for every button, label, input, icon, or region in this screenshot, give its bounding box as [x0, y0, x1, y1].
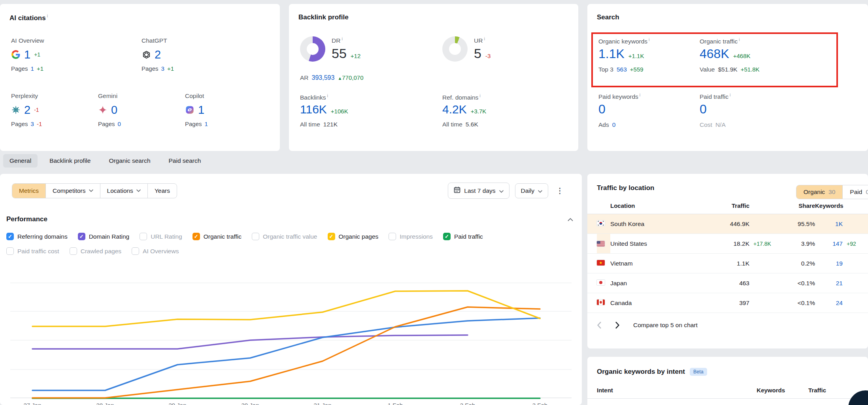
location-row-japan[interactable]: Japan 463 <0.1% 21	[587, 273, 868, 293]
col-share[interactable]: Share	[781, 202, 815, 209]
location-traffic: 18.2K	[698, 240, 749, 247]
chart-line-domain-rating[interactable]	[32, 335, 468, 349]
paid-keywords-value[interactable]: 0	[598, 102, 606, 117]
pages-label: Pages	[98, 121, 115, 127]
info-icon[interactable]: i	[730, 92, 730, 97]
location-traffic-delta: +17.8K	[749, 241, 781, 247]
pages-value[interactable]: 1	[31, 65, 34, 72]
toggle-organic[interactable]: Organic30	[796, 185, 843, 199]
ads-value[interactable]: 0	[612, 121, 616, 128]
next-page-icon[interactable]	[615, 322, 620, 329]
pages-value[interactable]: 3	[161, 65, 164, 72]
tab-organic-search[interactable]: Organic search	[102, 154, 157, 168]
ai-citation-count[interactable]: 2	[24, 104, 30, 117]
info-icon[interactable]: i	[327, 93, 328, 98]
col-intent-keywords[interactable]: Keywords	[738, 387, 785, 394]
ai-citation-delta: +1	[34, 51, 40, 58]
location-row-vietnam[interactable]: Vietnam 1.1K 0.2% 19	[587, 254, 868, 273]
collapse-chevron-icon[interactable]	[568, 216, 573, 223]
backlinks-block: Backlinksi 116K+106K All time121K	[300, 93, 348, 128]
pages-value[interactable]: 0	[118, 121, 121, 127]
location-row-canada[interactable]: Canada 397 <0.1% 24	[587, 293, 868, 313]
location-row-south-korea[interactable]: South Korea 446.9K 95.5% 1K	[587, 214, 868, 234]
backlinks-alltime-value: 121K	[323, 121, 338, 128]
filter-locations[interactable]: Locations	[100, 184, 147, 198]
tab-paid-search[interactable]: Paid search	[162, 154, 208, 168]
pages-delta: +1	[37, 65, 43, 72]
ar-value[interactable]: 393,593	[312, 74, 335, 81]
top3-value[interactable]: 563	[617, 66, 627, 73]
col-intent-traffic[interactable]: Traffic	[785, 387, 826, 394]
metric-checkbox-organic-pages[interactable]: ✓Organic pages	[328, 233, 379, 240]
tab-general[interactable]: General	[3, 154, 38, 168]
prev-page-icon[interactable]	[597, 322, 602, 329]
checkbox-unchecked-icon	[132, 247, 139, 255]
pages-value[interactable]: 3	[31, 121, 34, 127]
location-keywords[interactable]: 21	[815, 280, 843, 287]
date-range-button[interactable]: Last 7 days	[448, 183, 509, 199]
backlinks-label: Backlinksi	[300, 93, 348, 101]
metric-checkbox-impressions[interactable]: Impressions	[389, 233, 433, 240]
checkbox-unchecked-icon	[140, 233, 147, 240]
location-row-united-states[interactable]: United States 18.2K +17.8K 3.9% 147 +92	[587, 234, 868, 254]
info-icon[interactable]: i	[640, 92, 640, 97]
organic-traffic-value[interactable]: 468K	[700, 47, 729, 61]
col-intent[interactable]: Intent	[597, 387, 738, 394]
metric-checkbox-row-2: Paid traffic cost Crawled pages AI Overv…	[0, 247, 582, 255]
paid-traffic-value[interactable]: 0	[700, 102, 707, 117]
filter-years[interactable]: Years	[147, 184, 177, 198]
performance-line-chart[interactable]: 27 Jan28 Jan29 Jan30 Jan31 Jan1 Feb2 Feb…	[0, 272, 582, 405]
keywords-by-intent-panel: Organic keywords by intent Beta Intent K…	[587, 357, 868, 405]
metric-checkbox-organic-traffic[interactable]: ✓Organic traffic	[192, 233, 242, 240]
organic-paid-toggle: Organic30 Paid0	[796, 185, 868, 199]
info-icon[interactable]: i	[739, 37, 740, 42]
metric-checkbox-organic-traffic-value[interactable]: Organic traffic value	[252, 233, 317, 240]
col-traffic[interactable]: Traffic	[698, 202, 749, 209]
col-location[interactable]: Location	[610, 202, 698, 209]
filter-metrics[interactable]: Metrics	[12, 184, 45, 198]
location-name: Canada	[610, 300, 698, 307]
metric-checkbox-crawled-pages[interactable]: Crawled pages	[70, 247, 121, 255]
granularity-button[interactable]: Daily	[515, 183, 548, 198]
info-icon[interactable]: i	[479, 93, 480, 98]
more-options-icon[interactable]: ⋮	[554, 186, 566, 195]
info-icon[interactable]: i	[484, 36, 485, 41]
location-keywords[interactable]: 147	[815, 240, 843, 247]
metric-label: URL Rating	[151, 233, 182, 240]
metric-checkbox-referring-domains[interactable]: ✓Referring domains	[6, 233, 68, 240]
ai-provider-label: ChatGPT	[142, 37, 272, 44]
ai-citation-delta: -1	[34, 107, 39, 113]
toolbar-right: Last 7 days Daily ⋮	[448, 183, 566, 199]
info-icon[interactable]: i	[649, 37, 649, 42]
ai-citation-count[interactable]: 0	[111, 104, 117, 117]
pages-value[interactable]: 1	[205, 121, 208, 127]
location-keywords[interactable]: 24	[815, 300, 843, 307]
toggle-paid[interactable]: Paid0	[842, 185, 868, 199]
info-icon[interactable]: i	[47, 13, 48, 18]
info-icon[interactable]: i	[342, 36, 342, 41]
backlinks-value[interactable]: 116K	[300, 103, 327, 116]
metric-checkbox-paid-traffic[interactable]: ✓Paid traffic	[443, 233, 483, 240]
compare-top5-label[interactable]: Compare top 5 on chart	[633, 322, 698, 329]
organic-keywords-value[interactable]: 1.1K	[598, 47, 625, 61]
site-overview-page: AI citationsi AI Overview 1 +1 Pages 1 +…	[0, 0, 868, 405]
location-keywords[interactable]: 1K	[815, 220, 843, 228]
metric-checkbox-domain-rating[interactable]: ✓Domain Rating	[78, 233, 130, 240]
value-amount: $51.9K	[718, 66, 738, 73]
chart-x-tick-label: 3 Feb	[532, 402, 547, 405]
metric-checkbox-paid-traffic-cost[interactable]: Paid traffic cost	[6, 247, 59, 255]
ai-citation-gemini: Gemini 0 Pages 0	[98, 92, 185, 127]
metric-checkbox-url-rating[interactable]: URL Rating	[140, 233, 182, 240]
ai-citation-count[interactable]: 1	[198, 104, 204, 117]
intent-header: Organic keywords by intent Beta	[587, 357, 868, 376]
ref-domains-value[interactable]: 4.2K	[442, 103, 467, 116]
location-name: Japan	[610, 280, 698, 287]
col-keywords[interactable]: Keywords	[815, 202, 843, 209]
location-keywords[interactable]: 19	[815, 260, 843, 267]
filter-competitors[interactable]: Competitors	[45, 184, 100, 198]
metric-checkbox-ai-overviews[interactable]: AI Overviews	[132, 247, 179, 255]
ai-citation-count[interactable]: 1	[24, 48, 30, 61]
chart-line-referring-domains[interactable]	[32, 318, 540, 390]
tab-backlink-profile[interactable]: Backlink profile	[43, 154, 97, 168]
ai-citation-count[interactable]: 2	[155, 48, 161, 61]
